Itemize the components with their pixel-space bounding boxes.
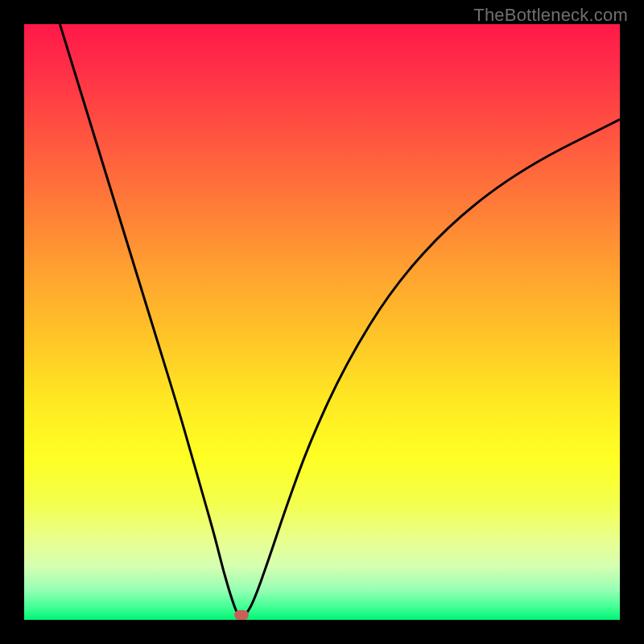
minimum-marker [234, 610, 249, 620]
watermark: TheBottleneck.com [473, 5, 628, 26]
plot-area [24, 24, 620, 620]
curve-path [60, 24, 620, 617]
bottleneck-curve [24, 24, 620, 620]
